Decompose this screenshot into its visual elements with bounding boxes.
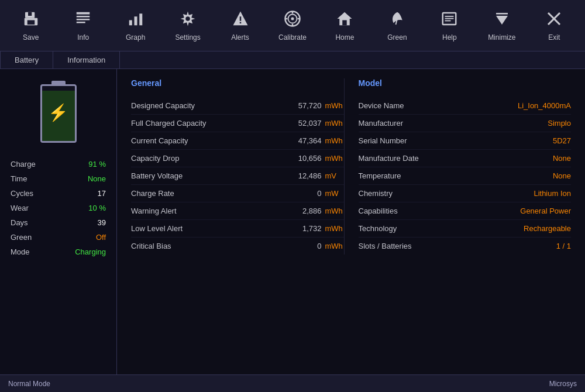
exit-button[interactable]: Exit xyxy=(528,2,580,49)
info-label: Info xyxy=(77,33,89,42)
stat-green: Green Off xyxy=(0,230,116,245)
save-label: Save xyxy=(23,33,39,42)
svg-rect-31 xyxy=(496,13,508,15)
calibrate-label: Calibrate xyxy=(278,33,307,42)
settings-button[interactable]: Settings xyxy=(161,2,214,49)
info-columns: General Designed Capacity 57,720 mWh Ful… xyxy=(131,78,571,255)
graph-icon xyxy=(127,10,144,30)
info-row: Low Level Alert 1,732 mWh xyxy=(131,220,344,238)
green-button[interactable]: Green xyxy=(371,2,423,49)
calibrate-button[interactable]: Calibrate xyxy=(266,2,318,49)
status-left: Normal Mode xyxy=(8,380,50,388)
info-row: Critical Bias 0 mWh xyxy=(131,238,344,255)
svg-rect-10 xyxy=(139,13,142,25)
svg-point-12 xyxy=(185,16,190,21)
general-column: General Designed Capacity 57,720 mWh Ful… xyxy=(131,78,344,255)
info-row: Capabilities General Power xyxy=(359,202,572,220)
status-bar: Normal Mode Microsys xyxy=(0,374,585,392)
stat-wear: Wear 10 % xyxy=(0,201,116,215)
svg-rect-27 xyxy=(445,16,454,17)
minimize-label: Minimize xyxy=(488,33,515,42)
svg-rect-7 xyxy=(77,22,85,23)
battery-icon: ⚡ xyxy=(38,81,79,145)
minimize-icon xyxy=(493,10,511,30)
model-title: Model xyxy=(359,78,572,89)
svg-rect-6 xyxy=(77,19,90,20)
settings-label: Settings xyxy=(175,33,200,42)
save-icon xyxy=(22,10,40,30)
info-row: Temperature None xyxy=(359,167,572,185)
settings-icon xyxy=(179,10,197,30)
info-row: Current Capacity 47,364 mWh xyxy=(131,132,344,150)
svg-rect-8 xyxy=(129,20,132,25)
info-row: Serial Number 5D27 xyxy=(359,132,572,150)
svg-rect-9 xyxy=(134,16,137,25)
info-row: Full Charged Capacity 52,037 mWh xyxy=(131,115,344,132)
info-row: Technology Rechargeable xyxy=(359,220,572,238)
graph-button[interactable]: Graph xyxy=(109,2,161,49)
stat-mode: Mode Charging xyxy=(0,245,116,259)
info-row: Warning Alert 2,886 mWh xyxy=(131,202,344,220)
svg-point-18 xyxy=(291,17,294,20)
svg-rect-29 xyxy=(445,20,451,21)
status-right: Microsys xyxy=(549,380,577,388)
minimize-button[interactable]: Minimize xyxy=(476,2,528,49)
stat-cycles: Cycles 17 xyxy=(0,186,116,201)
nav-battery[interactable]: Battery xyxy=(0,51,53,68)
svg-rect-4 xyxy=(77,12,90,14)
svg-rect-28 xyxy=(445,18,454,19)
info-row: Manufacture Date None xyxy=(359,150,572,167)
model-column: Model Device Name Li_Ion_4000mA Manufact… xyxy=(344,78,572,255)
right-panel: General Designed Capacity 57,720 mWh Ful… xyxy=(117,69,585,374)
svg-marker-30 xyxy=(496,16,508,25)
nav-information[interactable]: Information xyxy=(53,51,120,68)
main-content: ⚡ Charge 91 % Time None Cycles 17 Wear 1… xyxy=(0,69,585,374)
info-button[interactable]: Info xyxy=(57,2,109,49)
alerts-icon xyxy=(232,10,249,30)
left-panel: ⚡ Charge 91 % Time None Cycles 17 Wear 1… xyxy=(0,69,117,374)
home-icon xyxy=(336,10,353,30)
svg-rect-15 xyxy=(239,22,241,23)
graph-label: Graph xyxy=(126,33,145,42)
calibrate-icon xyxy=(284,10,301,30)
stat-days: Days 39 xyxy=(0,215,116,230)
info-icon xyxy=(74,10,92,30)
svg-rect-1 xyxy=(28,12,32,15)
info-row: Device Name Li_Ion_4000mA xyxy=(359,97,572,115)
svg-rect-24 xyxy=(343,20,347,25)
help-label: Help xyxy=(442,33,457,42)
stat-time: Time None xyxy=(0,171,116,186)
info-row: Manufacturer Simplo xyxy=(359,115,572,132)
help-button[interactable]: Help xyxy=(424,2,476,49)
info-row: Battery Voltage 12,486 mV xyxy=(131,167,344,185)
green-icon xyxy=(388,10,406,30)
info-row: Slots / Batteries 1 / 1 xyxy=(359,238,572,255)
home-label: Home xyxy=(335,33,354,42)
nav-bar: Battery Information xyxy=(0,51,585,69)
svg-rect-14 xyxy=(239,16,241,21)
info-row: Capacity Drop 10,656 mWh xyxy=(131,150,344,167)
info-row: Chemistry Lithium Ion xyxy=(359,185,572,202)
alerts-label: Alerts xyxy=(231,33,249,42)
svg-rect-3 xyxy=(27,20,35,25)
general-title: General xyxy=(131,78,344,89)
help-icon xyxy=(441,10,458,30)
alerts-button[interactable]: Alerts xyxy=(214,2,266,49)
save-button[interactable]: Save xyxy=(5,2,57,49)
info-row: Charge Rate 0 mW xyxy=(131,185,344,202)
exit-icon xyxy=(545,10,563,30)
svg-rect-5 xyxy=(77,16,90,18)
stat-charge: Charge 91 % xyxy=(0,157,116,171)
green-label: Green xyxy=(387,33,407,42)
toolbar: Save Info Graph xyxy=(0,0,585,51)
home-button[interactable]: Home xyxy=(319,2,371,49)
info-row: Designed Capacity 57,720 mWh xyxy=(131,97,344,115)
exit-label: Exit xyxy=(548,33,560,42)
